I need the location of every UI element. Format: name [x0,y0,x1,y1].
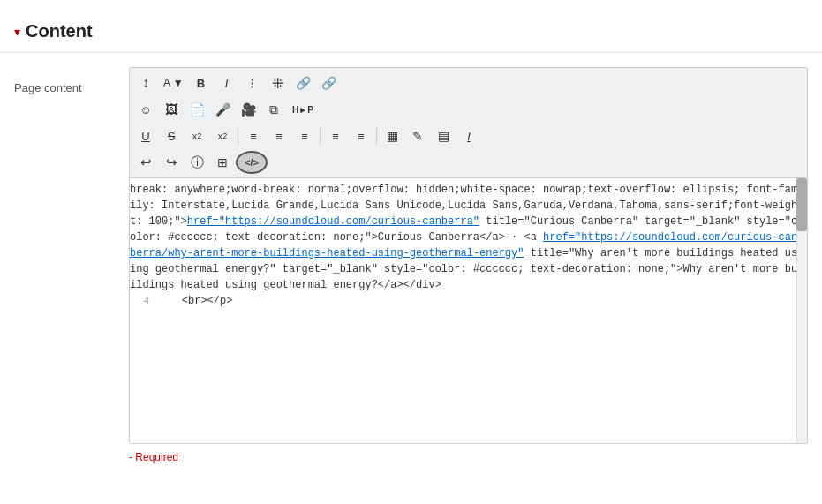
superscript-button[interactable]: x2 [210,124,235,147]
scrollbar-thumb[interactable] [796,178,807,231]
toolbar-row-4: ↩ ↪ ⓘ ⊞ </> [133,149,803,176]
line-number-4: 4 [130,293,156,309]
table-button[interactable]: ▤ [431,124,456,147]
emoji-button[interactable]: ☺ [133,98,158,121]
edit-button[interactable]: ✎ [405,124,430,147]
format-clear-button[interactable]: I [456,124,481,147]
toolbar-row-1: ↕ A ▼ B I ⁝ ⁜ 🔗 🔗 [133,70,803,96]
move-button[interactable]: ↕ [133,71,158,94]
subscript-button[interactable]: x2 [185,124,209,147]
image-button[interactable]: 🖼 [159,98,184,121]
code-line-3: break: anywhere;word-break: normal;overf… [130,182,807,293]
field-label: Page content [14,74,129,94]
link-curious-canberra: href="https://soundcloud.com/curious-can… [187,215,479,228]
separator-3 [376,127,377,145]
file-button[interactable]: 📄 [185,98,209,121]
section-header: ▾ Content [0,14,822,53]
unordered-list-button[interactable]: ⁝ [240,71,265,94]
indent-button[interactable]: ≡ [323,124,348,147]
underline-button[interactable]: U [133,124,158,147]
video-button[interactable]: 🎥 [236,98,260,121]
align-center-button[interactable]: ≡ [267,124,291,147]
bold-button[interactable]: B [189,71,214,94]
font-family-button[interactable]: A ▼ [159,71,188,94]
align-left-button[interactable]: ≡ [241,124,266,147]
page-wrapper: ▾ Content Page content ⚠ ↕ A ▼ B I ⁝ ⁜ 🔗 [0,0,822,504]
outdent-button[interactable]: ≡ [349,124,373,147]
toolbar-row-3: U S x2 x2 ≡ ≡ ≡ ≡ ≡ ▦ ✎ ▤ I [133,123,803,149]
code-area[interactable]: break: anywhere;word-break: normal;overf… [130,178,807,443]
separator-2 [320,127,321,145]
italic-button[interactable]: I [215,71,239,94]
link-button[interactable]: 🔗 [291,71,316,94]
scrollbar[interactable] [796,178,807,443]
required-note: - Required [115,448,822,467]
undo-button[interactable]: ↩ [133,151,158,174]
link-geothermal: href="https://soundcloud.com/curious-can… [130,231,797,260]
toolbar: ↕ A ▼ B I ⁝ ⁜ 🔗 🔗 ☺ 🖼 📄 🎤 🎥 ⧉ [130,68,807,178]
align-right-button[interactable]: ≡ [292,124,317,147]
ordered-list-button[interactable]: ⁜ [266,71,290,94]
editor-container: ↕ A ▼ B I ⁝ ⁜ 🔗 🔗 ☺ 🖼 📄 🎤 🎥 ⧉ [129,67,808,444]
redo-button[interactable]: ↪ [159,151,184,174]
toolbar-row-2: ☺ 🖼 📄 🎤 🎥 ⧉ H►P [133,96,803,123]
source-button[interactable]: </> [236,151,268,174]
headings-button[interactable]: H►P [287,98,319,121]
unlink-button[interactable]: 🔗 [317,71,342,94]
table-grid-button[interactable]: ▦ [380,124,404,147]
separator-1 [238,127,238,145]
chevron-icon[interactable]: ▾ [14,25,20,39]
audio-button[interactable]: 🎤 [210,98,235,121]
strikethrough-button[interactable]: S [159,124,184,147]
section-title: Content [26,21,93,41]
blocks-button[interactable]: ⊞ [210,151,235,174]
field-row: Page content ⚠ ↕ A ▼ B I ⁝ ⁜ 🔗 🔗 [0,64,822,448]
code-line-4: 4 <br></p> [130,293,807,309]
code-content-4: <br></p> [156,293,807,309]
code-content-3: break: anywhere;word-break: normal;overf… [130,182,807,293]
copy-button[interactable]: ⧉ [261,98,286,121]
info-button[interactable]: ⓘ [185,151,209,174]
